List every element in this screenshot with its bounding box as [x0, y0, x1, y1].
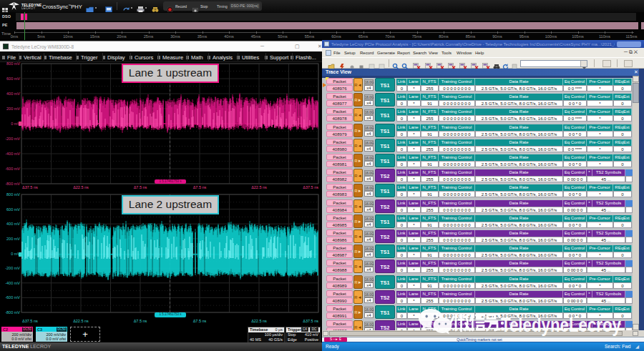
- svg-text:TeledyneLecroy: TeledyneLecroy: [501, 315, 621, 336]
